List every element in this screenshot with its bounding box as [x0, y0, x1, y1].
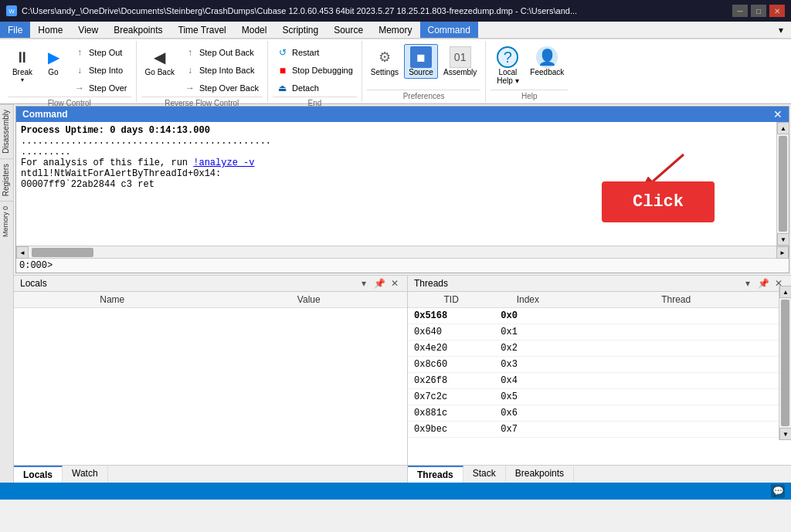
tab-watch[interactable]: Watch: [63, 466, 108, 483]
status-chat-icon[interactable]: 💬: [771, 484, 785, 498]
menu-file[interactable]: File: [0, 22, 30, 38]
step-into-back-button[interactable]: ↓ Step Into Back: [180, 62, 263, 79]
thread-name-1: [561, 324, 791, 341]
feedback-button[interactable]: 👤 Feedback: [526, 44, 568, 79]
menu-command[interactable]: Command: [420, 22, 478, 38]
click-tooltip-relative: Click: [602, 181, 715, 222]
disassembly-label[interactable]: Disassembly: [0, 104, 13, 158]
command-window: Command ✕ Process Uptime: 0 days 0:14:13…: [15, 106, 789, 273]
source-button[interactable]: ◼ Source: [404, 44, 438, 79]
hscroll-left-arrow[interactable]: ◄: [16, 246, 29, 259]
threads-dropdown-btn[interactable]: ▾: [742, 278, 754, 289]
local-help-button[interactable]: ? LocalHelp ▾: [491, 44, 525, 87]
command-close-button[interactable]: ✕: [773, 108, 783, 120]
command-input-field[interactable]: [53, 260, 786, 271]
tab-locals[interactable]: Locals: [14, 466, 63, 483]
command-hscroll[interactable]: ◄ ►: [16, 246, 789, 258]
break-dropdown[interactable]: ▾: [21, 76, 24, 83]
assembly-icon: 01: [450, 46, 471, 68]
step-over-back-button[interactable]: → Step Over Back: [180, 80, 263, 97]
thread-row-3[interactable]: 0x8c600x3: [408, 357, 791, 373]
step-into-label: Step Into: [89, 66, 123, 75]
assembly-button[interactable]: 01 Assembly: [440, 44, 480, 79]
step-out-button[interactable]: ↑ Step Out: [70, 44, 131, 61]
output-line-2: ........................................…: [21, 136, 772, 147]
registers-label[interactable]: Registers: [0, 158, 13, 201]
threads-vscroll[interactable]: ▲ ▼: [779, 286, 791, 440]
thread-row-2[interactable]: 0x4e200x2: [408, 341, 791, 357]
scroll-up-arrow[interactable]: ▲: [777, 122, 789, 134]
thread-index-5: 0x5: [494, 389, 561, 405]
hscroll-track[interactable]: [29, 246, 776, 258]
thread-index-0: 0x0: [494, 308, 561, 324]
break-button[interactable]: ⏸ Break ▾: [8, 44, 37, 86]
ribbon-group-help-content: ? LocalHelp ▾ 👤 Feedback: [491, 42, 568, 90]
go-back-button[interactable]: ◀ Go Back: [141, 44, 178, 79]
step-over-button[interactable]: → Step Over: [70, 80, 131, 97]
locals-pin-btn[interactable]: 📌: [373, 278, 385, 289]
menu-scripting[interactable]: Scripting: [274, 22, 326, 38]
window-controls[interactable]: ─ □ ✕: [732, 5, 785, 17]
step-over-back-label: Step Over Back: [199, 83, 259, 93]
locals-dropdown-btn[interactable]: ▾: [358, 278, 370, 289]
tab-threads[interactable]: Threads: [408, 466, 463, 483]
command-scrollbar[interactable]: ▲ ▼: [776, 122, 789, 246]
thread-row-5[interactable]: 0x7c2c0x5: [408, 389, 791, 405]
command-title-bar: Command ✕: [16, 107, 789, 122]
go-button[interactable]: ▶ Go: [39, 44, 68, 79]
step-into-back-label: Step Into Back: [199, 66, 255, 75]
thread-name-3: [561, 357, 791, 373]
threads-pin-btn[interactable]: 📌: [757, 278, 769, 289]
restart-button[interactable]: ↺ Restart: [273, 44, 357, 61]
step-into-button[interactable]: ↓ Step Into: [70, 62, 131, 79]
minimize-button[interactable]: ─: [732, 5, 748, 17]
threads-scroll-thumb[interactable]: [781, 300, 789, 426]
thread-row-1[interactable]: 0x6400x1: [408, 324, 791, 341]
close-button[interactable]: ✕: [769, 5, 785, 17]
tab-stack[interactable]: Stack: [463, 466, 506, 483]
command-output[interactable]: Process Uptime: 0 days 0:14:13.000 .....…: [16, 122, 776, 246]
menu-time-travel[interactable]: Time Travel: [171, 22, 234, 38]
menu-model[interactable]: Model: [234, 22, 275, 38]
settings-button[interactable]: ⚙ Settings: [367, 44, 402, 79]
thread-row-6[interactable]: 0x881c0x6: [408, 405, 791, 422]
command-body: Process Uptime: 0 days 0:14:13.000 .....…: [16, 122, 789, 246]
thread-tid-7: 0x9bec: [408, 422, 494, 438]
threads-scroll-up[interactable]: ▲: [779, 286, 791, 298]
hscroll-thumb[interactable]: [32, 248, 93, 257]
menu-memory[interactable]: Memory: [371, 22, 419, 38]
memory-label[interactable]: Memory 0: [0, 201, 13, 242]
threads-title: Threads: [414, 278, 448, 289]
threads-content: TID Index Thread 0x51680x00x6400x10x4e20…: [408, 292, 791, 465]
step-out-back-button[interactable]: ↑ Step Out Back: [180, 44, 263, 61]
analyze-link[interactable]: !analyze -v: [193, 158, 254, 168]
scroll-down-arrow[interactable]: ▼: [777, 233, 789, 246]
menu-view[interactable]: View: [70, 22, 106, 38]
menu-expand[interactable]: ▾: [771, 22, 791, 38]
threads-col-tid: TID: [408, 292, 494, 308]
preferences-label: Preferences: [367, 90, 481, 100]
thread-row-0[interactable]: 0x51680x0: [408, 308, 791, 324]
thread-row-4[interactable]: 0x26f80x4: [408, 373, 791, 389]
go-back-icon: ◀: [149, 46, 171, 68]
bottom-panels: Locals ▾ 📌 ✕ Name Value: [14, 275, 791, 483]
thread-tid-1: 0x640: [408, 324, 494, 341]
hscroll-right-arrow[interactable]: ►: [776, 246, 789, 259]
threads-scroll-down[interactable]: ▼: [779, 428, 791, 440]
locals-title: Locals: [20, 278, 47, 289]
thread-name-0: [561, 308, 791, 324]
scroll-thumb[interactable]: [779, 136, 787, 232]
thread-index-7: 0x7: [494, 422, 561, 438]
ribbon-group-end-content: ↺ Restart ■ Stop Debugging ⏏ Detach: [273, 42, 357, 97]
stop-debugging-button[interactable]: ■ Stop Debugging: [273, 62, 357, 79]
menu-breakpoints[interactable]: Breakpoints: [106, 22, 170, 38]
locals-close-btn[interactable]: ✕: [389, 278, 401, 289]
tab-breakpoints[interactable]: Breakpoints: [506, 466, 574, 483]
maximize-button[interactable]: □: [751, 5, 766, 17]
menu-source[interactable]: Source: [326, 22, 371, 38]
thread-row-7[interactable]: 0x9bec0x7: [408, 422, 791, 438]
menu-home[interactable]: Home: [30, 22, 70, 38]
feedback-icon: 👤: [536, 46, 558, 68]
source-label: Source: [409, 68, 433, 76]
detach-button[interactable]: ⏏ Detach: [273, 80, 357, 97]
